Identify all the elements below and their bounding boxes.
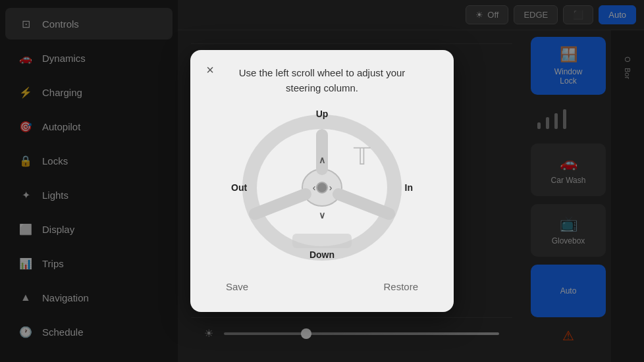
steering-wheel-svg: 𝕋 ∧ ∨ ‹ ›: [236, 112, 408, 263]
steering-column-modal: × Use the left scroll wheel to adjust yo…: [190, 50, 454, 312]
label-in: In: [405, 182, 413, 193]
modal-close-button[interactable]: ×: [201, 61, 219, 79]
svg-text:‹: ‹: [313, 182, 316, 193]
svg-line-4: [338, 194, 389, 214]
svg-rect-6: [292, 234, 352, 248]
label-down: Down: [309, 249, 335, 260]
modal-title: Use the left scroll wheel to adjust your…: [230, 66, 414, 95]
label-out: Out: [231, 182, 247, 193]
restore-button[interactable]: Restore: [377, 277, 425, 296]
svg-point-7: [317, 182, 327, 193]
save-button[interactable]: Save: [219, 277, 255, 296]
svg-text:𝕋: 𝕋: [353, 143, 371, 170]
svg-line-3: [255, 194, 306, 214]
steering-diagram: 𝕋 ∧ ∨ ‹ › Up Down Out: [223, 109, 421, 267]
svg-text:›: ›: [329, 182, 333, 193]
svg-text:∧: ∧: [319, 155, 325, 165]
screen: ⊡ Controls 🚗 Dynamics ⚡ Charging 🎯 Autop…: [0, 0, 644, 362]
modal-overlay: × Use the left scroll wheel to adjust yo…: [0, 0, 644, 362]
svg-text:∨: ∨: [319, 210, 325, 220]
modal-footer: Save Restore: [206, 277, 438, 296]
label-up: Up: [316, 109, 329, 119]
